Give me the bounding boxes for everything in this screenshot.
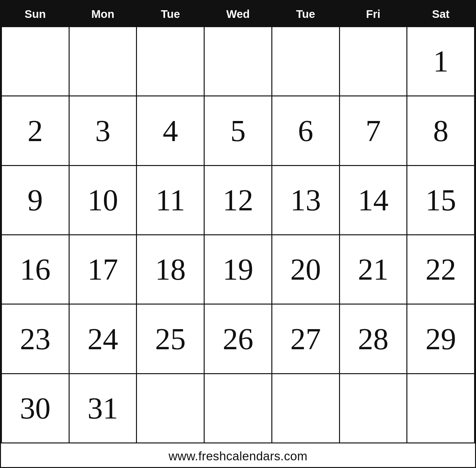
day-number: 20 <box>290 254 321 285</box>
day-number: 22 <box>426 254 456 285</box>
calendar-day-cell[interactable]: 19 <box>205 235 272 305</box>
day-number: 3 <box>95 116 110 146</box>
calendar-day-cell[interactable] <box>205 374 272 443</box>
calendar-day-cell[interactable]: 21 <box>340 235 408 305</box>
header-day-fri-5: Fri <box>340 2 408 27</box>
calendar-day-cell[interactable]: 31 <box>70 374 137 443</box>
day-number: 27 <box>290 324 321 354</box>
calendar-day-cell[interactable]: 7 <box>340 96 408 166</box>
calendar-day-cell[interactable]: 2 <box>2 96 70 166</box>
day-number: 14 <box>358 185 389 215</box>
day-number: 5 <box>230 116 246 146</box>
calendar-day-cell[interactable]: 17 <box>70 235 137 305</box>
calendar-day-cell[interactable]: 25 <box>137 305 205 374</box>
day-number: 2 <box>27 116 43 146</box>
day-number: 15 <box>426 185 456 215</box>
calendar-day-cell[interactable]: 18 <box>137 235 205 305</box>
calendar-day-cell[interactable]: 13 <box>272 166 340 235</box>
day-number: 28 <box>358 324 389 354</box>
day-number: 1 <box>433 46 449 77</box>
calendar-day-cell[interactable]: 15 <box>407 166 475 235</box>
calendar-day-cell[interactable]: 9 <box>2 166 70 235</box>
calendar-day-cell[interactable]: 26 <box>205 305 272 374</box>
calendar-day-cell[interactable]: 10 <box>70 166 137 235</box>
header-day-tue-4: Tue <box>272 2 340 27</box>
calendar-day-cell[interactable]: 12 <box>205 166 272 235</box>
calendar-day-cell[interactable]: 5 <box>205 96 272 166</box>
calendar-day-cell[interactable]: 8 <box>407 96 475 166</box>
day-number: 6 <box>298 116 313 146</box>
calendar-day-cell[interactable] <box>2 27 70 96</box>
calendar-day-cell[interactable] <box>137 27 205 96</box>
day-number: 19 <box>223 254 253 285</box>
calendar-day-cell[interactable]: 3 <box>70 96 137 166</box>
day-number: 29 <box>426 324 456 354</box>
calendar-day-cell[interactable]: 11 <box>137 166 205 235</box>
day-number: 7 <box>366 116 381 146</box>
day-number: 30 <box>20 393 50 424</box>
calendar-day-cell[interactable] <box>407 374 475 443</box>
day-number: 17 <box>87 254 118 285</box>
calendar-day-cell[interactable]: 4 <box>137 96 205 166</box>
day-number: 23 <box>20 324 50 354</box>
day-number: 31 <box>87 393 118 424</box>
day-number: 13 <box>290 185 321 215</box>
calendar-day-cell[interactable]: 29 <box>407 305 475 374</box>
day-number: 26 <box>223 324 253 354</box>
calendar-day-cell[interactable]: 22 <box>407 235 475 305</box>
day-number: 8 <box>433 116 449 146</box>
footer-url: www.freshcalendars.com <box>1 443 475 467</box>
day-number: 21 <box>358 254 389 285</box>
day-number: 24 <box>87 324 118 354</box>
calendar-day-cell[interactable] <box>340 374 408 443</box>
calendar-day-cell[interactable] <box>272 27 340 96</box>
header-day-sun-0: Sun <box>2 2 70 27</box>
calendar-day-cell[interactable]: 27 <box>272 305 340 374</box>
calendar-day-cell[interactable]: 28 <box>340 305 408 374</box>
header-day-tue-2: Tue <box>137 2 205 27</box>
day-number: 4 <box>163 116 178 146</box>
calendar-day-cell[interactable]: 1 <box>407 27 475 96</box>
calendar-day-cell[interactable]: 23 <box>2 305 70 374</box>
calendar-day-cell[interactable]: 6 <box>272 96 340 166</box>
calendar-day-cell[interactable]: 30 <box>2 374 70 443</box>
header-day-mon-1: Mon <box>70 2 137 27</box>
calendar-day-cell[interactable]: 24 <box>70 305 137 374</box>
day-number: 9 <box>27 185 43 215</box>
calendar-container: SunMonTueWedTueFriSat1234567891011121314… <box>0 0 476 468</box>
calendar-day-cell[interactable]: 14 <box>340 166 408 235</box>
day-number: 25 <box>155 324 186 354</box>
day-number: 10 <box>87 185 118 215</box>
day-number: 16 <box>20 254 50 285</box>
day-number: 11 <box>156 185 185 215</box>
header-day-wed-3: Wed <box>205 2 272 27</box>
calendar-day-cell[interactable]: 16 <box>2 235 70 305</box>
calendar-day-cell[interactable] <box>70 27 137 96</box>
calendar-day-cell[interactable] <box>272 374 340 443</box>
calendar-day-cell[interactable]: 20 <box>272 235 340 305</box>
calendar-grid: SunMonTueWedTueFriSat1234567891011121314… <box>1 1 475 443</box>
header-day-sat-6: Sat <box>407 2 475 27</box>
calendar-day-cell[interactable] <box>137 374 205 443</box>
calendar-day-cell[interactable] <box>205 27 272 96</box>
day-number: 12 <box>223 185 253 215</box>
calendar-day-cell[interactable] <box>340 27 408 96</box>
day-number: 18 <box>155 254 186 285</box>
